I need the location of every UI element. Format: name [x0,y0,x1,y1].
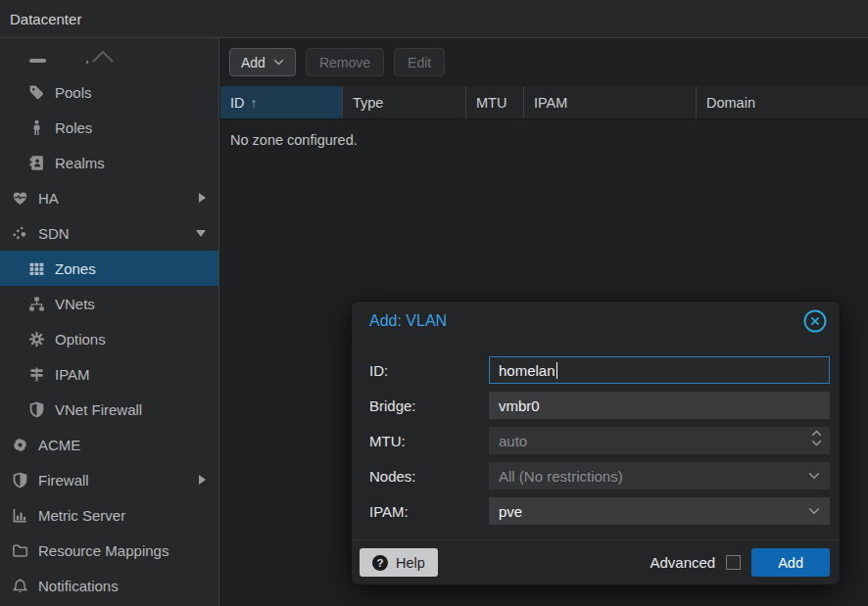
add-vlan-dialog: Add: VLAN ID: homelan Bridge: vmbr0 MTU:… [351,301,841,585]
sidebar-item-partial[interactable] [0,38,218,74]
sidebar-item-label: VNet Firewall [55,401,142,418]
column-header-mtu[interactable]: MTU [466,86,524,118]
sidebar-item-acme[interactable]: ACME [0,427,218,462]
expand-arrow-icon[interactable] [199,475,206,485]
top-bar: Datacenter [0,0,868,38]
mtu-field-label: MTU: [369,433,489,449]
sidebar-item-label: Firewall [38,472,89,489]
column-header-domain[interactable]: Domain [697,86,868,118]
sidebar-item-realms[interactable]: Realms [0,145,218,180]
sidebar-item-label: Realms [55,155,105,171]
number-spinner[interactable] [811,430,822,446]
advanced-label: Advanced [650,554,715,571]
dialog-title: Add: VLAN [369,312,802,330]
footer-actions: Advanced Add [650,548,830,577]
bridge-input-value: vmbr0 [499,397,540,414]
sidebar-item-ipam[interactable]: IPAM [0,356,218,392]
column-header-ipam[interactable]: IPAM [524,86,697,118]
shield-icon [28,401,45,418]
sidebar-item-vnet-firewall[interactable]: VNet Firewall [0,392,218,427]
help-button-label: Help [396,555,425,571]
advanced-checkbox[interactable] [726,555,741,570]
sidebar-item-label: IPAM [55,366,90,383]
help-button[interactable]: ? Help [360,548,438,577]
sidebar-tree: Pools Roles Realms HA SDN Zones [0,38,219,606]
field-row-nodes: Nodes: All (No restrictions) [369,462,830,489]
chevron-down-icon [273,59,284,66]
question-icon: ? [372,555,388,571]
sidebar-item-options[interactable]: Options [0,321,218,356]
dialog-body: ID: homelan Bridge: vmbr0 MTU: auto [352,341,840,525]
sort-ascending-icon: ↑ [251,95,258,111]
partial-icon [29,59,46,63]
remove-button[interactable]: Remove [306,48,384,76]
ipam-field-label: IPAM: [369,503,489,520]
add-submit-button[interactable]: Add [751,548,830,577]
sidebar-item-label: ACME [38,437,80,453]
column-header-type[interactable]: Type [343,86,466,118]
gear-icon [28,331,45,348]
sidebar-item-vnets[interactable]: VNets [0,286,218,321]
sidebar-item-label: Metric Server [38,507,125,524]
chevron-up-icon [90,48,116,68]
sidebar-item-sdn[interactable]: SDN [0,215,218,251]
nodes-select-value: All (No restrictions) [499,468,623,485]
sidebar-item-label: Zones [55,260,96,277]
bridge-input[interactable]: vmbr0 [489,392,830,419]
folder-icon [12,542,28,559]
heartbeat-icon [12,190,28,207]
sidebar-item-label: Notifications [38,578,119,594]
chevron-down-icon [808,507,820,515]
dialog-footer: ? Help Advanced Add [352,539,840,584]
expand-arrow-icon[interactable] [199,193,206,203]
empty-table-message: No zone configured. [220,119,868,161]
bridge-field-label: Bridge: [369,397,489,414]
ipam-select-value: pve [499,503,522,520]
sidebar-item-resource-mappings[interactable]: Resource Mappings [0,533,218,568]
sidebar-item-notifications[interactable]: Notifications [0,568,218,603]
field-row-bridge: Bridge: vmbr0 [369,392,830,419]
sidebar-item-label: HA [38,190,59,207]
column-label: Type [353,95,383,111]
add-button[interactable]: Add [229,48,296,76]
sidebar-item-label: Roles [55,119,92,136]
field-row-id: ID: homelan [369,356,830,384]
ipam-select[interactable]: pve [489,497,830,525]
sidebar-item-label: Resource Mappings [38,542,169,559]
column-header-id[interactable]: ID ↑ [220,86,343,118]
dialog-header[interactable]: Add: VLAN [352,302,840,341]
sidebar-item-label: Pools [55,84,92,101]
collapse-arrow-icon[interactable] [196,230,206,237]
zones-table-header: ID ↑ Type MTU IPAM Domain [220,86,868,119]
sidebar-item-firewall[interactable]: Firewall [0,462,218,497]
nodes-field-label: Nodes: [369,468,489,485]
address-book-icon [28,155,45,171]
close-icon[interactable] [802,308,828,334]
id-input[interactable]: homelan [489,356,830,384]
page-title: Datacenter [10,11,81,27]
sidebar-item-label: VNets [55,296,95,312]
edit-button-label: Edit [408,55,431,70]
grid-icon [28,260,45,277]
certificate-icon [12,437,28,453]
column-label: IPAM [534,95,567,111]
id-field-label: ID: [369,362,489,379]
bell-icon [12,578,28,594]
sidebar-item-zones[interactable]: Zones [0,251,218,286]
mtu-number-input[interactable]: auto [489,427,830,454]
partial-text-fragment [86,61,88,64]
sitemap-icon [28,296,45,312]
zones-toolbar: Add Remove Edit [220,38,868,86]
add-submit-label: Add [778,555,803,571]
network-nodes-icon [12,225,28,242]
shield-icon [12,472,28,489]
add-button-label: Add [241,55,265,70]
edit-button[interactable]: Edit [394,48,445,76]
map-signs-icon [28,366,45,383]
sidebar-item-metric-server[interactable]: Metric Server [0,497,218,533]
nodes-select[interactable]: All (No restrictions) [489,462,830,489]
sidebar-item-roles[interactable]: Roles [0,110,218,145]
mtu-input-value: auto [499,433,527,449]
sidebar-item-pools[interactable]: Pools [0,74,218,110]
sidebar-item-ha[interactable]: HA [0,180,218,215]
